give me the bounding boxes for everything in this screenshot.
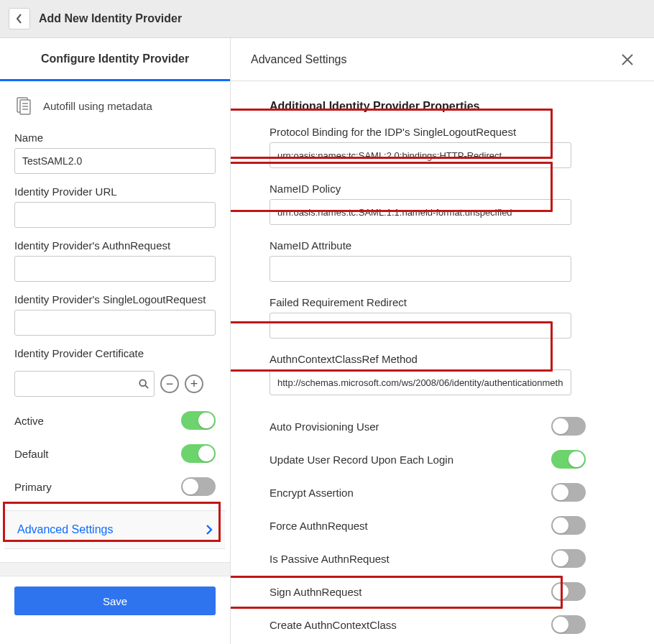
- back-button[interactable]: [9, 8, 30, 29]
- section-title: Additional Identity Provider Properties: [270, 100, 625, 113]
- protocol-binding-label: Protocol Binding for the IDP's SingleLog…: [270, 126, 625, 138]
- primary-toggle[interactable]: [181, 477, 216, 496]
- force-authn-toggle[interactable]: [551, 516, 586, 535]
- left-panel-title: Configure Identity Provider: [0, 38, 230, 81]
- update-login-label: Update User Record Upon Each Login: [270, 454, 453, 466]
- active-row: Active: [0, 404, 230, 437]
- svg-rect-1: [20, 100, 30, 114]
- sign-authn-row: Sign AuthnRequest: [270, 575, 586, 608]
- close-icon[interactable]: [621, 53, 634, 66]
- sign-authn-label: Sign AuthnRequest: [270, 586, 361, 598]
- url-input[interactable]: [14, 202, 216, 228]
- update-login-toggle[interactable]: [551, 450, 586, 469]
- force-authn-label: Force AuthnRequest: [270, 520, 368, 532]
- left-panel: Configure Identity Provider Autofill usi…: [0, 38, 231, 644]
- encrypt-row: Encrypt Assertion: [270, 476, 586, 509]
- failed-redirect-label: Failed Requirement Redirect: [270, 296, 625, 308]
- default-label: Default: [14, 448, 49, 460]
- authnctx-input[interactable]: [270, 369, 571, 395]
- cert-label-wrap: Identity Provider Certificate: [0, 341, 230, 367]
- default-row: Default: [0, 437, 230, 470]
- protocol-binding-field: Protocol Binding for the IDP's SingleLog…: [270, 126, 625, 168]
- create-ctx-toggle[interactable]: [551, 615, 586, 634]
- document-icon: [14, 96, 34, 116]
- failed-redirect-field: Failed Requirement Redirect: [270, 296, 625, 339]
- right-body: Additional Identity Provider Properties …: [231, 81, 654, 644]
- is-passive-row: Is Passive AuthnRequest: [270, 542, 586, 575]
- slo-input[interactable]: [14, 310, 216, 336]
- authnctx-field: AuthnContextClassRef Method: [270, 353, 625, 395]
- failed-redirect-input[interactable]: [270, 313, 571, 339]
- remove-cert-button[interactable]: −: [160, 374, 179, 393]
- url-label: Identity Provider URL: [14, 185, 216, 198]
- svg-point-5: [139, 380, 146, 386]
- chevron-right-icon: [206, 524, 213, 535]
- right-header: Advanced Settings: [231, 38, 654, 81]
- advanced-settings-row[interactable]: Advanced Settings: [4, 510, 226, 549]
- cert-row: − +: [0, 367, 230, 404]
- svg-line-6: [145, 385, 148, 388]
- name-input[interactable]: [14, 148, 216, 174]
- cert-input[interactable]: [14, 371, 155, 397]
- authnctx-label: AuthnContextClassRef Method: [270, 353, 625, 365]
- name-label: Name: [14, 132, 216, 144]
- auto-prov-label: Auto Provisioning User: [270, 420, 379, 433]
- sign-authn-toggle[interactable]: [551, 582, 586, 601]
- active-label: Active: [14, 415, 44, 427]
- auto-prov-toggle[interactable]: [551, 417, 586, 436]
- autofill-label: Autofill using metadata: [43, 100, 152, 112]
- save-button[interactable]: Save: [14, 586, 216, 615]
- authn-label: Identity Provider's AuthnRequest: [14, 239, 216, 252]
- right-panel-title: Advanced Settings: [251, 53, 346, 66]
- nameid-attr-label: NameID Attribute: [270, 239, 625, 252]
- nameid-attr-field: NameID Attribute: [270, 239, 625, 282]
- slo-field: Identity Provider's SingleLogoutRequest: [0, 288, 230, 341]
- add-cert-button[interactable]: +: [185, 374, 203, 393]
- search-icon[interactable]: [139, 379, 149, 389]
- create-ctx-row: Create AuthnContextClass: [270, 608, 586, 641]
- autofill-row[interactable]: Autofill using metadata: [0, 81, 230, 126]
- primary-row: Primary: [0, 470, 230, 503]
- auto-prov-row: Auto Provisioning User: [270, 410, 586, 443]
- nameid-attr-input[interactable]: [270, 256, 571, 282]
- nameid-policy-input[interactable]: [270, 199, 571, 225]
- is-passive-toggle[interactable]: [551, 549, 586, 568]
- slo-label: Identity Provider's SingleLogoutRequest: [14, 293, 216, 305]
- url-field: Identity Provider URL: [0, 180, 230, 234]
- is-passive-label: Is Passive AuthnRequest: [270, 553, 390, 565]
- nameid-policy-label: NameID Policy: [270, 183, 625, 195]
- authn-input[interactable]: [14, 256, 216, 282]
- top-header: Add New Identity Provider: [0, 0, 654, 38]
- cert-label: Identity Provider Certificate: [14, 347, 216, 359]
- encrypt-toggle[interactable]: [551, 483, 586, 502]
- active-toggle[interactable]: [181, 411, 216, 430]
- protocol-binding-input[interactable]: [270, 142, 571, 168]
- chevron-left-icon: [16, 14, 23, 24]
- divider: [0, 562, 230, 576]
- force-authn-row: Force AuthnRequest: [270, 509, 586, 542]
- authn-field: Identity Provider's AuthnRequest: [0, 234, 230, 288]
- encrypt-label: Encrypt Assertion: [270, 487, 354, 499]
- right-panel: Advanced Settings Additional Identity Pr…: [231, 38, 654, 644]
- primary-label: Primary: [14, 481, 52, 493]
- update-login-row: Update User Record Upon Each Login: [270, 443, 586, 476]
- page-title: Add New Identity Provider: [39, 12, 182, 25]
- advanced-settings-label: Advanced Settings: [17, 523, 113, 536]
- default-toggle[interactable]: [181, 444, 216, 463]
- nameid-policy-field: NameID Policy: [270, 183, 625, 225]
- create-ctx-label: Create AuthnContextClass: [270, 619, 397, 631]
- name-field: Name: [0, 126, 230, 180]
